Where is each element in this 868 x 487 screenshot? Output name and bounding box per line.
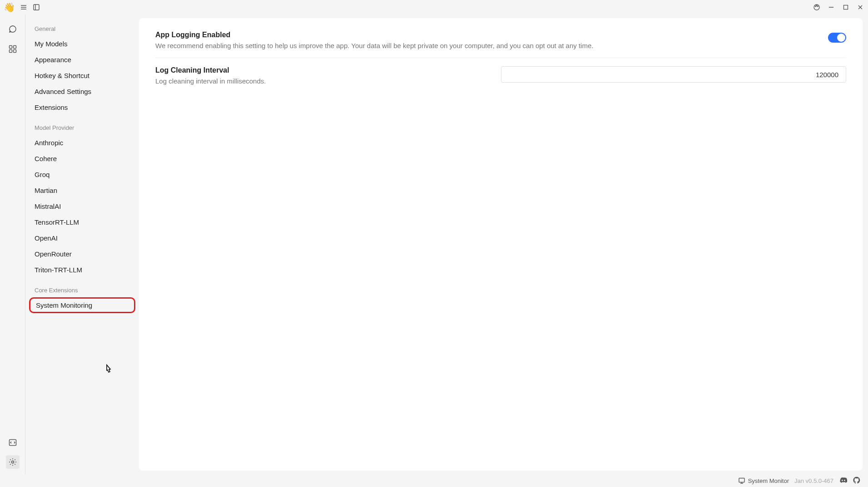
setting-desc-interval: Log cleaning interval in milliseconds. [155,77,432,85]
svg-point-18 [11,461,14,463]
app-logo: 👋 [4,2,15,13]
palette-icon[interactable] [813,3,821,11]
sidebar-header-core-extensions: Core Extensions [25,283,139,297]
sidebar-item-advanced[interactable]: Advanced Settings [25,84,139,99]
sidebar-item-openrouter[interactable]: OpenRouter [25,246,139,262]
toggle-app-logging[interactable] [828,33,846,43]
minimize-icon[interactable] [827,3,835,11]
hamburger-icon[interactable] [20,3,28,11]
titlebar: 👋 [0,0,868,15]
maximize-icon[interactable] [842,3,850,11]
input-log-interval[interactable] [501,66,846,83]
sidebar-item-extensions[interactable]: Extensions [25,99,139,115]
close-icon[interactable] [856,3,864,11]
sidebar-header-general: General [25,22,139,36]
grid-icon[interactable] [7,44,18,54]
chat-icon[interactable] [7,24,18,34]
discord-icon[interactable] [839,476,847,486]
svg-rect-10 [844,5,848,10]
sidebar-item-anthropic[interactable]: Anthropic [25,135,139,151]
setting-desc-logging: We recommend enabling this setting to he… [155,42,639,49]
svg-rect-15 [9,50,12,53]
svg-point-6 [815,6,816,7]
setting-title-logging: App Logging Enabled [155,31,639,39]
sidebar-item-openai[interactable]: OpenAI [25,230,139,246]
sidebar-item-triton[interactable]: Triton-TRT-LLM [25,262,139,278]
svg-rect-14 [13,46,16,49]
monitor-icon [738,477,745,484]
svg-point-8 [818,6,818,7]
sidebar-item-mistralai[interactable]: MistralAI [25,198,139,214]
svg-rect-13 [9,46,12,49]
setting-log-interval: Log Cleaning Interval Log cleaning inter… [155,58,846,93]
sidebar-item-cohere[interactable]: Cohere [25,151,139,167]
github-icon[interactable] [853,476,861,486]
panel-toggle-icon[interactable] [32,3,40,11]
settings-icon[interactable] [6,455,20,469]
setting-app-logging: App Logging Enabled We recommend enablin… [155,31,846,58]
nav-rail [0,15,25,474]
code-icon[interactable] [7,437,18,448]
setting-title-interval: Log Cleaning Interval [155,66,432,74]
svg-rect-16 [13,50,16,53]
sidebar-item-hotkey[interactable]: Hotkey & Shortcut [25,68,139,84]
sidebar-item-groq[interactable]: Groq [25,167,139,182]
sidebar-item-my-models[interactable]: My Models [25,36,139,52]
svg-rect-19 [739,478,744,482]
sidebar-header-model-provider: Model Provider [25,121,139,135]
settings-sidebar: General My Models Appearance Hotkey & Sh… [25,15,139,474]
sidebar-item-martian[interactable]: Martian [25,182,139,198]
status-system-monitor[interactable]: System Monitor [738,477,789,484]
svg-rect-3 [34,5,39,10]
svg-point-7 [816,5,817,6]
settings-content: App Logging Enabled We recommend enablin… [139,18,863,471]
status-version: Jan v0.5.0-467 [794,477,833,484]
sidebar-item-system-monitoring[interactable]: System Monitoring [29,297,135,313]
sidebar-item-tensorrt[interactable]: TensorRT-LLM [25,214,139,230]
status-monitor-label: System Monitor [748,477,789,484]
statusbar: System Monitor Jan v0.5.0-467 [0,474,868,487]
sidebar-item-appearance[interactable]: Appearance [25,52,139,68]
